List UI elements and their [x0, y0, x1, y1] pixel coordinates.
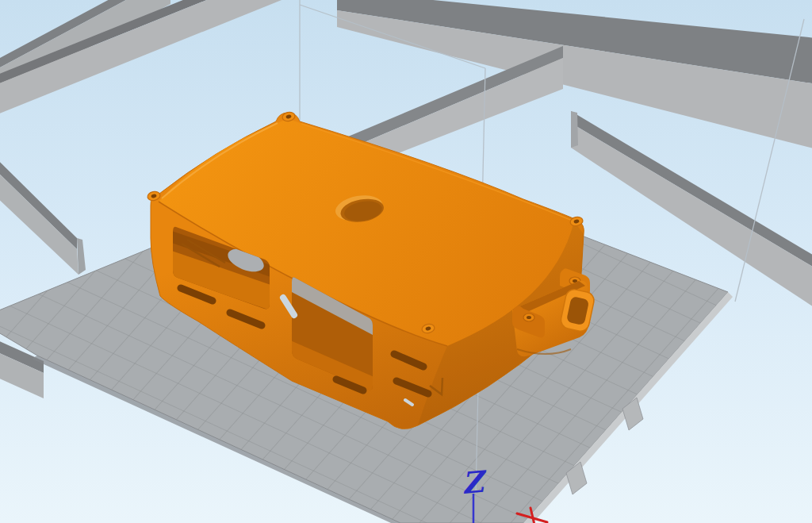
viewport-3d[interactable]: Z: [0, 0, 812, 523]
